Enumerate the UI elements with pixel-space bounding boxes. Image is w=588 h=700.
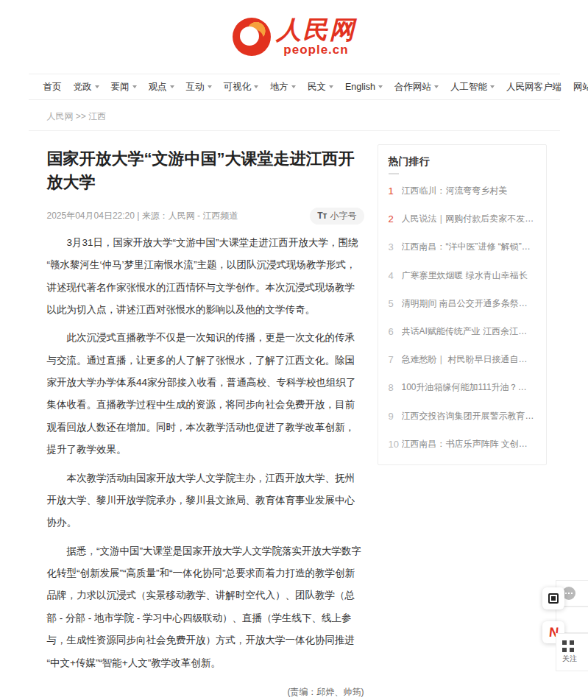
nav-item[interactable]: 首页 [38,81,68,93]
breadcrumb-section[interactable]: 江西 [88,111,106,121]
chevron-down-icon [95,85,99,91]
logo-english-text: people.cn [277,43,356,57]
hot-rank-item[interactable]: 7 急难愁盼｜ 村民盼早日接通自来水 江西... [389,346,536,374]
rank-number: 9 [389,410,402,423]
nav-item[interactable]: 互动 [180,81,218,93]
hot-rank-item[interactable]: 8 100升油箱缘何能加111升油？市场监... [389,374,536,402]
breadcrumb-site[interactable]: 人民网 [47,111,74,121]
nav-item-label: 地方 [270,81,288,93]
hot-ranking-card: 热门排行 1 江西临川：河流弯弯乡村美 2 人民说法｜网购付款后卖家不发货怎么办… [378,144,547,465]
nav-item-label: 观点 [149,81,167,93]
editor-credit: (责编：邱烨、帅筠) [47,686,364,699]
rank-number: 4 [389,269,402,283]
qr-scan-icon [548,593,559,604]
chevron-down-icon [378,85,383,91]
article-paragraph: 据悉，“文游中国”大课堂是国家开放大学人文学院落实开放大学数字化转型“创新发展”… [47,540,364,674]
nav-item-label: 合作网站 [394,81,431,93]
rank-item-text: 共话AI赋能传统产业 江西余江举行20... [402,325,536,338]
chevron-down-icon [208,85,212,91]
nav-item-label: 可视化 [224,81,252,93]
rank-number: 6 [389,325,402,339]
nav-item-label: 人民网客户端 [506,81,562,93]
hot-ranking-list: 1 江西临川：河流弯弯乡村美 2 人民说法｜网购付款后卖家不发货怎么办？ 3 [389,177,536,459]
qr-code-icon [562,640,574,652]
hot-rank-item[interactable]: 6 共话AI赋能传统产业 江西余江举行20... [389,318,536,346]
nav-item[interactable]: 人工智能 [444,81,500,93]
rank-item-text: 人民说法｜网购付款后卖家不发货怎么办？ [402,213,536,225]
nav-item[interactable]: 人民网客户端 [500,81,567,93]
nav-item[interactable]: 合作网站 [389,81,444,93]
logo-chinese-text: 人民网 [277,17,356,43]
font-size-icon: Tт [317,211,327,221]
nav-item-label: 网站无障碍 [573,81,588,93]
rank-number: 3 [389,241,402,254]
rank-item-text: 江西临川：河流弯弯乡村美 [402,185,508,197]
main-navbar: 首页 党政 要闻 [29,74,560,100]
nav-item[interactable]: 党政 [68,81,105,93]
nav-item[interactable]: 民文 [302,81,339,93]
chevron-down-icon [490,85,495,91]
article-date: 2025年04月04日22:20 [47,211,135,221]
nav-item-label: 要闻 [111,81,130,93]
article-source[interactable]: | 来源：人民网 - 江西频道 [137,211,238,221]
people-cn-logo-icon [233,18,271,56]
rank-item-text: 急难愁盼｜ 村民盼早日接通自来水 江西... [402,353,536,366]
site-logo[interactable]: 人民网 people.cn [233,17,356,57]
article-body: 3月31日，国家开放大学“文游中国”大课堂走进江西开放大学，围绕“赣水黎河生‘仲… [47,232,364,674]
nav-item-label: 互动 [186,81,205,93]
hot-rank-item[interactable]: 1 江西临川：河流弯弯乡村美 [389,177,536,205]
nav-item-label: 人工智能 [450,81,487,93]
rank-number: 7 [389,353,402,367]
rank-number: 2 [389,213,402,226]
font-size-button[interactable]: Tт 小字号 [310,208,364,225]
qr-scan-popout[interactable] [542,587,564,609]
nav-item-label: 民文 [308,81,326,93]
nav-menu: 首页 党政 要闻 [38,81,588,93]
article-paragraph: 本次教学活动由国家开放大学人文学院主办，江西开放大学、抚州开放大学、黎川开放学院… [47,467,364,534]
rank-item-text: 清明期间 南昌公交开通多条祭扫专线 [402,297,536,310]
breadcrumb: 人民网 >> 江西 [29,100,560,131]
article-paragraph: 此次沉浸式直播教学不仅是一次知识的传播，更是一次文化的传承与交流。通过直播，让更… [47,327,364,461]
floating-toolbar: N 关注 [556,580,588,671]
rank-number: 8 [389,381,402,395]
nav-item[interactable]: 地方 [264,81,302,93]
nav-item-label: 首页 [43,81,62,93]
chevron-down-icon [434,85,439,91]
sidebar: 热门排行 1 江西临川：河流弯弯乡村美 2 人民说法｜网购付款后卖家不发货怎么办… [378,144,547,700]
nav-item-label: English [345,82,375,92]
font-size-label: 小字号 [330,210,357,222]
rank-item-text: 江西交投咨询集团开展警示教育活动 [402,410,536,423]
site-header: 人民网 people.cn [29,0,560,74]
chevron-down-icon [291,85,296,91]
rank-number: 5 [389,297,402,311]
hot-rank-item[interactable]: 2 人民说法｜网购付款后卖家不发货怎么办？ [389,205,536,233]
rank-item-text: 广寒寨里炊烟暖 绿水青山幸福长 [402,269,528,282]
hot-rank-item[interactable]: 4 广寒寨里炊烟暖 绿水青山幸福长 [389,262,536,290]
article-title: 国家开放大学“文游中国”大课堂走进江西开放大学 [47,147,364,194]
chevron-down-icon [329,85,333,91]
hot-rank-item[interactable]: 9 江西交投咨询集团开展警示教育活动 [389,403,536,431]
nav-item[interactable]: English [339,82,389,92]
hot-rank-item[interactable]: 5 清明期间 南昌公交开通多条祭扫专线 [389,290,536,318]
follow-widget[interactable]: 关注 [556,633,588,671]
rank-number: 1 [389,185,402,198]
follow-label: 关注 [562,654,577,664]
rank-number: 10 [389,438,402,451]
hot-rank-item[interactable]: 10 江西南昌：书店乐声阵阵 文创活动引客来 [389,431,536,459]
chevron-down-icon [254,85,258,91]
nav-item-label: 党政 [74,81,92,93]
nav-item[interactable]: 可视化 [218,81,265,93]
chevron-down-icon [132,85,137,91]
article: 国家开放大学“文游中国”大课堂走进江西开放大学 2025年04月04日22:20… [47,144,364,700]
article-paragraph: 3月31日，国家开放大学“文游中国”大课堂走进江西开放大学，围绕“赣水黎河生‘仲… [47,232,364,322]
chevron-down-icon [170,85,174,91]
hot-rank-item[interactable]: 3 江西南昌：“洋中医”进修 “解锁”中医... [389,233,536,261]
rank-item-text: 100升油箱缘何能加111升油？市场监... [402,381,536,394]
nav-item[interactable]: 要闻 [105,81,143,93]
breadcrumb-separator: >> [76,111,86,121]
nav-item[interactable]: 网站无障碍 [567,81,588,93]
nav-item[interactable]: 观点 [143,81,180,93]
hot-ranking-title: 热门排行 [389,155,536,174]
rank-item-text: 江西南昌：“洋中医”进修 “解锁”中医... [402,241,536,253]
article-meta: 2025年04月04日22:20 | 来源：人民网 - 江西频道 [47,210,238,222]
